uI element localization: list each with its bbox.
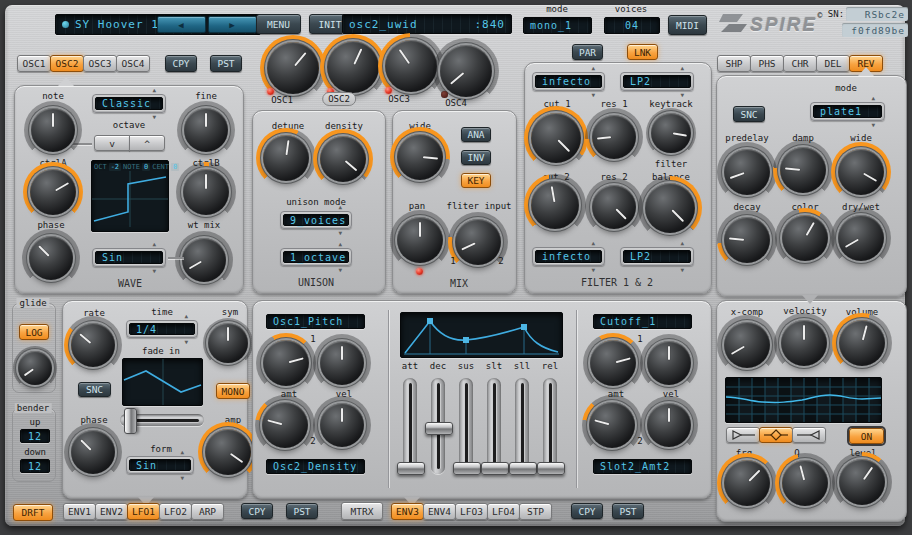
spinner-down-icon[interactable]: ▼ xyxy=(338,267,342,273)
spinner-up-icon[interactable]: ▲ xyxy=(591,240,595,246)
tab-env1[interactable]: ENV1 xyxy=(63,503,96,520)
preset-prev-button[interactable]: ◀ xyxy=(157,16,206,33)
mod-slot2-target-display[interactable]: Osc2_Density xyxy=(266,459,365,474)
tab-stp[interactable]: STP xyxy=(519,503,552,520)
phase-knob[interactable] xyxy=(29,236,73,280)
damp-knob[interactable] xyxy=(780,147,826,193)
matrix-button[interactable]: MTRX xyxy=(341,502,383,520)
xcomp-knob[interactable] xyxy=(724,322,770,368)
tab-env2[interactable]: ENV2 xyxy=(95,503,128,520)
tab-lfo3[interactable]: LFO3 xyxy=(455,503,488,520)
lfo-form-dropdown[interactable]: Sin ▲▼ xyxy=(126,456,194,474)
mod-slot3-target-display[interactable]: Cutoff_1 xyxy=(593,314,692,329)
rev-sync-button[interactable]: SNC xyxy=(733,106,765,122)
param-display[interactable]: osc2_uwid :840 xyxy=(342,14,512,34)
tab-env3[interactable]: ENV3 xyxy=(391,503,424,520)
spinner-down-icon[interactable]: ▼ xyxy=(152,268,156,274)
mod-slot3-vel-knob[interactable] xyxy=(647,341,691,385)
density-knob[interactable] xyxy=(320,136,366,182)
glide-log-button[interactable]: LOG xyxy=(19,324,49,340)
mod-right-copy-button[interactable]: CPY xyxy=(571,503,603,519)
mod-slot1-target-display[interactable]: Osc1_Pitch xyxy=(266,314,365,329)
spinner-down-icon[interactable]: ▼ xyxy=(180,475,184,481)
key-button[interactable]: KEY xyxy=(461,173,491,188)
osc4-level-knob[interactable] xyxy=(440,45,492,97)
filter2-slope-dropdown[interactable]: LP2 ▲▼ xyxy=(620,247,694,266)
fade-slider-track[interactable] xyxy=(120,414,204,426)
octave-up-button[interactable]: ^ xyxy=(129,135,165,151)
rev-wide-knob[interactable] xyxy=(838,149,884,195)
spinner-up-icon[interactable]: ▲ xyxy=(338,241,342,247)
mod-slot4-amt-knob[interactable] xyxy=(589,402,635,448)
rev-mode-dropdown[interactable]: plate1 ▲▼ xyxy=(810,102,885,121)
voices-display[interactable]: 04 xyxy=(604,17,660,34)
preset-display[interactable]: SY Hoover 1 ◀ ▶ xyxy=(55,14,261,35)
tab-env4[interactable]: ENV4 xyxy=(423,503,456,520)
mix-wide-knob[interactable] xyxy=(397,134,443,180)
osc3-level-knob[interactable] xyxy=(385,40,437,92)
drift-button[interactable]: DRFT xyxy=(13,504,53,521)
rel-slider[interactable] xyxy=(543,378,557,474)
lfo-sync-button[interactable]: SNC xyxy=(78,382,111,397)
keytrack-knob[interactable] xyxy=(651,113,691,153)
mod-left-paste-button[interactable]: PST xyxy=(286,503,318,519)
spinner-up-icon[interactable]: ▲ xyxy=(680,65,684,71)
lfo-mono-button[interactable]: MONO xyxy=(216,383,250,399)
tab-chr[interactable]: CHR xyxy=(783,55,817,72)
waveform-dropdown[interactable]: Sin ▲▼ xyxy=(92,248,166,267)
tab-phs[interactable]: PHS xyxy=(750,55,784,72)
spinner-down-icon[interactable]: ▼ xyxy=(680,92,684,98)
spinner-up-icon[interactable]: ▲ xyxy=(680,240,684,246)
spinner-up-icon[interactable]: ▲ xyxy=(184,313,188,319)
color-knob[interactable] xyxy=(782,215,828,261)
res1-knob[interactable] xyxy=(592,115,636,159)
spinner-up-icon[interactable]: ▲ xyxy=(591,65,595,71)
unison-octave-dropdown[interactable]: 1_octave ▲▼ xyxy=(280,248,352,266)
eq-on-button[interactable]: ON xyxy=(849,428,884,444)
tab-osc1[interactable]: OSC1 xyxy=(17,55,51,72)
wtmix-knob[interactable] xyxy=(182,238,226,282)
spinner-up-icon[interactable]: ▲ xyxy=(338,204,342,210)
lnk-button[interactable]: LNK xyxy=(627,44,658,60)
drywet-knob[interactable] xyxy=(838,215,884,261)
amp-knob[interactable] xyxy=(205,429,251,475)
spinner-down-icon[interactable]: ▼ xyxy=(591,92,595,98)
mod-slot4-target-display[interactable]: Slot2_Amt2 xyxy=(593,459,692,474)
octave-down-button[interactable]: v xyxy=(94,135,130,151)
spinner-up-icon[interactable]: ▲ xyxy=(871,95,875,101)
filter-input-knob[interactable] xyxy=(455,219,501,265)
mod-right-paste-button[interactable]: PST xyxy=(612,503,644,519)
glide-knob[interactable] xyxy=(18,351,52,385)
bender-up-display[interactable]: 12 xyxy=(20,429,50,443)
cut1-knob[interactable] xyxy=(531,113,581,163)
dec-slider[interactable] xyxy=(431,378,445,474)
q-knob[interactable] xyxy=(782,460,828,506)
rel-slider-handle[interactable] xyxy=(537,462,565,475)
spinner-up-icon[interactable]: ▲ xyxy=(180,449,184,455)
mode-display[interactable]: mono_1 xyxy=(523,17,592,34)
mod-slot2-vel-knob[interactable] xyxy=(320,403,364,447)
frq-knob[interactable] xyxy=(724,460,770,506)
par-button[interactable]: PAR xyxy=(572,44,603,60)
preset-next-button[interactable]: ▶ xyxy=(208,16,257,33)
osc-copy-button[interactable]: CPY xyxy=(165,55,197,72)
tab-osc4[interactable]: OSC4 xyxy=(116,55,150,72)
tab-del[interactable]: DEL xyxy=(816,55,850,72)
sll-slider[interactable] xyxy=(515,378,529,474)
fade-slider-handle[interactable] xyxy=(124,408,137,434)
osc-paste-button[interactable]: PST xyxy=(210,55,242,72)
ana-button[interactable]: ANA xyxy=(461,127,491,142)
ctrla-knob[interactable] xyxy=(30,169,76,215)
tab-lfo1[interactable]: LFO1 xyxy=(127,503,160,520)
cut2-knob[interactable] xyxy=(531,181,579,229)
eq-peak-button[interactable] xyxy=(759,427,793,443)
spinner-down-icon[interactable]: ▼ xyxy=(152,114,156,120)
mod-slot3-amt-knob[interactable] xyxy=(590,340,636,386)
filter2-type-dropdown[interactable]: infecto ▲▼ xyxy=(532,247,605,266)
tab-shp[interactable]: SHP xyxy=(717,55,751,72)
osc2-level-knob[interactable] xyxy=(327,41,379,93)
spinner-down-icon[interactable]: ▼ xyxy=(338,230,342,236)
eq-lowshelf-button[interactable] xyxy=(726,427,760,443)
midi-button[interactable]: MIDI xyxy=(668,15,707,35)
spinner-down-icon[interactable]: ▼ xyxy=(591,267,595,273)
